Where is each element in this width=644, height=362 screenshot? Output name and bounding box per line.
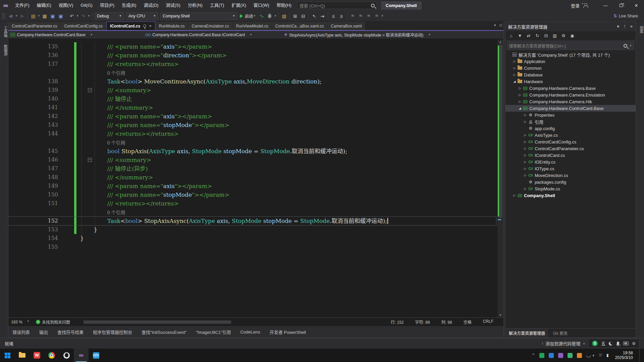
tree-item[interactable]: ⚙packages.config	[505, 179, 636, 185]
switch-views-icon[interactable]: ⌂	[507, 32, 515, 40]
tool-window-tab[interactable]: “ImageU8C1”引用	[196, 329, 231, 335]
sync-with-active-document-icon[interactable]: ⇄	[525, 32, 532, 40]
expander-icon[interactable]: ▷	[523, 167, 528, 170]
chrome-icon[interactable]	[44, 349, 59, 362]
clear-bookmarks-icon[interactable]: ⚑	[373, 12, 381, 20]
tray-expand-icon[interactable]: ⌃	[532, 353, 535, 358]
expander-icon[interactable]: ▷	[518, 100, 522, 103]
expander-icon[interactable]: ▷	[523, 154, 528, 157]
tree-item[interactable]: ▷C#Company.Shell	[505, 192, 636, 199]
tool-window-tab[interactable]: CodeLens	[240, 329, 260, 335]
properties-icon[interactable]: ⚙	[560, 32, 567, 40]
live-share-button[interactable]: ⇅ Live Share	[613, 13, 638, 18]
code-editor[interactable]: 135/// <param name="axis"></param>136///…	[8, 40, 503, 317]
solution-platform-dropdown[interactable]: Any CPU▼	[126, 12, 158, 20]
editor-tab[interactable]: ControlCardParameter.cs	[8, 22, 60, 30]
tray-app1-icon[interactable]	[549, 353, 554, 358]
quick-search-box[interactable]: 搜索 (Ctrl+Q)	[297, 2, 377, 9]
dock-tab[interactable]: 图库	[636, 23, 644, 36]
editor-tab[interactable]: Controls\Ca...aBox.xaml.cs	[272, 22, 327, 30]
menu-item[interactable]: 项目(P)	[96, 0, 118, 11]
volume-icon[interactable]: ◖	[592, 353, 594, 358]
navigate-back-dropdown-icon[interactable]: ▼	[15, 14, 18, 17]
editor-tab[interactable]: CameraEmulation.cs	[188, 22, 232, 30]
menu-item[interactable]: 编辑(E)	[33, 0, 55, 11]
decrease-indent-icon[interactable]: ≤	[329, 12, 337, 20]
toolbar-grip[interactable]	[2, 13, 5, 19]
expander-icon[interactable]: ▷	[512, 66, 517, 70]
codelens-row[interactable]: 0 个引用	[8, 208, 496, 217]
close-button[interactable]: ✕	[629, 0, 644, 11]
codelens-row[interactable]: 0 个引用	[8, 68, 496, 77]
code-line[interactable]: 142/// <param name="axis"></param>	[8, 112, 496, 121]
tree-item[interactable]: ▷C#AxisType.cs	[505, 132, 636, 138]
menu-item[interactable]: 窗口(W)	[250, 0, 273, 11]
new-project-icon[interactable]: ▤	[29, 12, 37, 20]
code-line[interactable]: 135/// <param name="axis"></param>	[8, 42, 496, 51]
expander-icon[interactable]: ▷	[523, 113, 528, 117]
tray-mic-icon[interactable]	[586, 353, 588, 358]
start-debugging-button[interactable]: 启动 ▼	[238, 13, 258, 19]
tree-item[interactable]: ▷C#ControlCardParameter.cs	[505, 145, 636, 152]
editor-tab[interactable]: RunViewModel.cs	[233, 22, 272, 30]
code-line[interactable]: 140/// 轴停止	[8, 95, 496, 103]
wps-icon[interactable]: W	[30, 349, 44, 362]
tree-item[interactable]: ▷C#Company.Hardware.Camera.Base	[505, 85, 636, 92]
tree-item[interactable]: ▷C#Company.Hardware.Camera.Hik	[505, 98, 636, 105]
editor-vertical-scrollbar[interactable]: ▲ ▼	[497, 40, 503, 317]
next-bookmark-icon[interactable]: ⚑	[365, 12, 373, 20]
tree-item[interactable]: ▷C#IControlCard.cs	[505, 152, 636, 159]
code-line[interactable]: 136/// <param name="direction"></param>	[8, 51, 496, 60]
editor-tab[interactable]: CameraBox.xaml	[327, 22, 365, 30]
tree-item[interactable]: ◢C#Company.Hardware.ControlCard.Base	[505, 105, 636, 112]
sign-in-button[interactable]: 登录	[568, 2, 582, 9]
tree-item[interactable]: ▷Database	[505, 71, 636, 78]
expander-icon[interactable]: ▷	[512, 73, 517, 76]
collapse-all-icon[interactable]: ⊟	[542, 32, 550, 40]
increase-indent-icon[interactable]: ≥	[337, 12, 345, 20]
solution-configuration-dropdown[interactable]: Debug▼	[95, 12, 124, 20]
ime-settings-icon[interactable]: ⚙	[632, 341, 636, 346]
code-line[interactable]: 138Task<bool> MoveContinueAsync(AxisType…	[8, 77, 496, 86]
show-all-files-icon[interactable]: ▥	[551, 32, 558, 40]
save-icon[interactable]: ▣	[49, 12, 57, 20]
tray-app3-icon[interactable]	[568, 353, 573, 358]
panel-tab[interactable]: 解决方案资源管理器	[505, 328, 548, 338]
search-options-icon[interactable]: ▼	[629, 44, 632, 47]
open-file-icon[interactable]: ▦	[41, 12, 49, 20]
tree-item[interactable]: ▷C#IOEntity.cs	[505, 159, 636, 165]
undo-dropdown-icon[interactable]: ▼	[76, 14, 79, 17]
save-all-icon[interactable]: ▣	[57, 12, 65, 20]
breadcrumb-segment[interactable]: Company.Hardware.ControlCard.Base.IContr…	[143, 31, 282, 39]
float-window-icon[interactable]: ⊡	[499, 23, 502, 27]
active-files-dropdown-icon[interactable]: ▼	[493, 23, 497, 27]
tray-app4-icon[interactable]	[577, 353, 582, 358]
editor-horizontal-scrollbar[interactable]	[84, 320, 231, 324]
split-window-icon[interactable]: ⊟	[299, 12, 307, 20]
tree-item[interactable]: ▷C#ControlCardConfig.cs	[505, 138, 636, 145]
menu-item[interactable]: Git(G)	[77, 0, 96, 11]
pin-icon[interactable]	[143, 24, 146, 27]
menu-item[interactable]: 调试(D)	[140, 0, 162, 11]
caret-char-indicator[interactable]: 字符: 89	[415, 319, 430, 325]
hot-reload-icon[interactable]	[266, 12, 274, 20]
start-button[interactable]	[0, 349, 15, 362]
code-line[interactable]: 143/// <param name="stopMode"></param>	[8, 121, 496, 129]
pin-icon[interactable]: ⊺	[624, 24, 626, 29]
tray-ime-icon[interactable]	[539, 353, 544, 358]
minimize-button[interactable]: —	[598, 0, 613, 11]
menu-item[interactable]: 文件(F)	[11, 0, 33, 11]
code-line[interactable]: 153}	[8, 225, 496, 234]
tool-window-tab[interactable]: 查找“InitSuccessEvent”	[142, 329, 186, 335]
codelens-row[interactable]: 0 个引用	[8, 138, 496, 147]
preview-selected-items-icon[interactable]: ◉	[569, 32, 576, 40]
solution-search-box[interactable]: 搜索解决方案资源管理器(Ctrl+;) ▼	[507, 41, 634, 50]
ime-fullwidth-icon[interactable]	[609, 342, 613, 346]
ime-keyboard-icon[interactable]	[623, 342, 629, 345]
tool-window-tab[interactable]: 程序包管理器控制台	[93, 329, 132, 335]
expander-icon[interactable]: ▷	[523, 140, 528, 143]
code-health-text[interactable]: 未找到相关问题	[42, 319, 70, 325]
tree-item[interactable]: ▷C#IOType.cs	[505, 165, 636, 172]
tool-window-tab[interactable]: 查找符号结果	[57, 329, 84, 335]
indentation-mode-indicator[interactable]: 空格	[464, 319, 472, 325]
